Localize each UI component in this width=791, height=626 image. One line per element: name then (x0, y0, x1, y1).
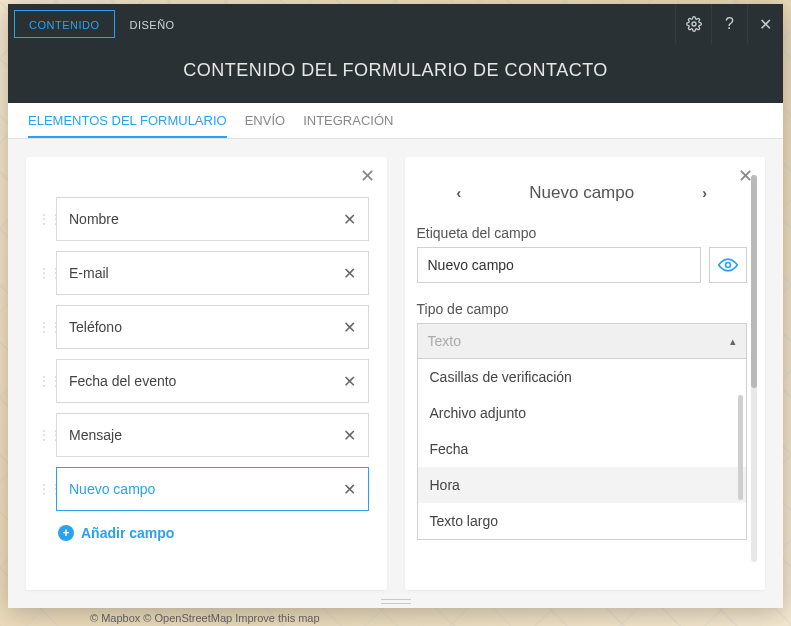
field-row: ⋮⋮Mensaje✕ (38, 413, 369, 457)
dropdown-scrollbar[interactable] (738, 395, 743, 500)
drag-handle-icon[interactable]: ⋮⋮ (38, 375, 48, 387)
field-item-label: Fecha del evento (69, 373, 176, 389)
field-row: ⋮⋮Fecha del evento✕ (38, 359, 369, 403)
field-label-input[interactable] (417, 247, 702, 283)
field-nav-title: Nuevo campo (529, 183, 634, 203)
remove-field-icon[interactable]: ✕ (343, 426, 356, 445)
remove-field-icon[interactable]: ✕ (343, 480, 356, 499)
toggle-visibility-button[interactable] (709, 247, 747, 283)
fields-panel-close-icon[interactable]: ✕ (360, 167, 375, 185)
remove-field-icon[interactable]: ✕ (343, 210, 356, 229)
field-list: ⋮⋮Nombre✕⋮⋮E-mail✕⋮⋮Teléfono✕⋮⋮Fecha del… (38, 197, 369, 511)
eye-icon (718, 255, 738, 275)
help-icon[interactable]: ? (711, 4, 747, 44)
field-item-label: Nuevo campo (69, 481, 155, 497)
sub-tab-row: ELEMENTOS DEL FORMULARIO ENVÍO INTEGRACI… (8, 103, 783, 139)
gear-icon[interactable] (675, 4, 711, 44)
caret-up-icon: ▴ (730, 335, 736, 348)
field-type-select-box[interactable]: Texto ▴ (417, 323, 748, 359)
map-attribution: © Mapbox © OpenStreetMap Improve this ma… (90, 612, 320, 624)
remove-field-icon[interactable]: ✕ (343, 264, 356, 283)
modal-title: CONTENIDO DEL FORMULARIO DE CONTACTO (8, 44, 783, 103)
drag-handle-icon[interactable]: ⋮⋮ (38, 213, 48, 225)
field-item[interactable]: Fecha del evento✕ (56, 359, 369, 403)
modal-header: CONTENIDO DISEÑO ? ✕ CONTENIDO DEL FORMU… (8, 4, 783, 103)
plus-icon: + (58, 525, 74, 541)
tab-contenido[interactable]: CONTENIDO (14, 10, 115, 38)
top-tab-row: CONTENIDO DISEÑO ? ✕ (8, 4, 783, 44)
modal-body: ✕ ⋮⋮Nombre✕⋮⋮E-mail✕⋮⋮Teléfono✕⋮⋮Fecha d… (8, 139, 783, 608)
field-type-option[interactable]: Texto largo (418, 503, 747, 539)
field-detail-panel: ✕ ‹ Nuevo campo › Etiqueta del campo Tip… (405, 157, 766, 590)
field-row: ⋮⋮Nombre✕ (38, 197, 369, 241)
drag-handle-icon[interactable]: ⋮⋮ (38, 429, 48, 441)
field-type-dropdown: Casillas de verificaciónArchivo adjuntoF… (417, 359, 748, 540)
field-item-label: Nombre (69, 211, 119, 227)
remove-field-icon[interactable]: ✕ (343, 318, 356, 337)
subtab-envio[interactable]: ENVÍO (245, 113, 285, 138)
prev-field-arrow-icon[interactable]: ‹ (457, 185, 462, 201)
subtab-elementos[interactable]: ELEMENTOS DEL FORMULARIO (28, 113, 227, 138)
remove-field-icon[interactable]: ✕ (343, 372, 356, 391)
field-item[interactable]: Teléfono✕ (56, 305, 369, 349)
svg-point-0 (692, 22, 696, 26)
field-type-selected: Texto (428, 333, 461, 349)
drag-handle-icon[interactable]: ⋮⋮ (38, 267, 48, 279)
field-label-title: Etiqueta del campo (417, 225, 748, 241)
field-item-label: Teléfono (69, 319, 122, 335)
field-type-option[interactable]: Hora (418, 467, 747, 503)
top-right-icons: ? ✕ (675, 4, 783, 44)
field-item[interactable]: Mensaje✕ (56, 413, 369, 457)
add-field-label: Añadir campo (81, 525, 174, 541)
right-scrollbar[interactable] (751, 175, 757, 562)
field-row: ⋮⋮Nuevo campo✕ (38, 467, 369, 511)
close-icon[interactable]: ✕ (747, 4, 783, 44)
field-type-option[interactable]: Fecha (418, 431, 747, 467)
field-type-option[interactable]: Casillas de verificación (418, 359, 747, 395)
field-type-title: Tipo de campo (417, 301, 748, 317)
field-item-label: Mensaje (69, 427, 122, 443)
field-item[interactable]: Nuevo campo✕ (56, 467, 369, 511)
svg-point-1 (726, 263, 731, 268)
fields-panel: ✕ ⋮⋮Nombre✕⋮⋮E-mail✕⋮⋮Teléfono✕⋮⋮Fecha d… (26, 157, 387, 590)
drag-handle-icon[interactable]: ⋮⋮ (38, 483, 48, 495)
drag-handle-icon[interactable]: ⋮⋮ (38, 321, 48, 333)
subtab-integracion[interactable]: INTEGRACIÓN (303, 113, 393, 138)
modal-window: CONTENIDO DISEÑO ? ✕ CONTENIDO DEL FORMU… (8, 4, 783, 608)
field-nav: ‹ Nuevo campo › (417, 179, 748, 207)
field-row: ⋮⋮Teléfono✕ (38, 305, 369, 349)
add-field-button[interactable]: + Añadir campo (58, 525, 369, 541)
field-item[interactable]: Nombre✕ (56, 197, 369, 241)
field-item-label: E-mail (69, 265, 109, 281)
field-row: ⋮⋮E-mail✕ (38, 251, 369, 295)
tab-diseno[interactable]: DISEÑO (115, 10, 190, 38)
field-type-option[interactable]: Archivo adjunto (418, 395, 747, 431)
field-type-select: Texto ▴ Casillas de verificaciónArchivo … (417, 323, 748, 540)
field-item[interactable]: E-mail✕ (56, 251, 369, 295)
modal-resize-handle[interactable] (381, 599, 411, 604)
next-field-arrow-icon[interactable]: › (702, 185, 707, 201)
